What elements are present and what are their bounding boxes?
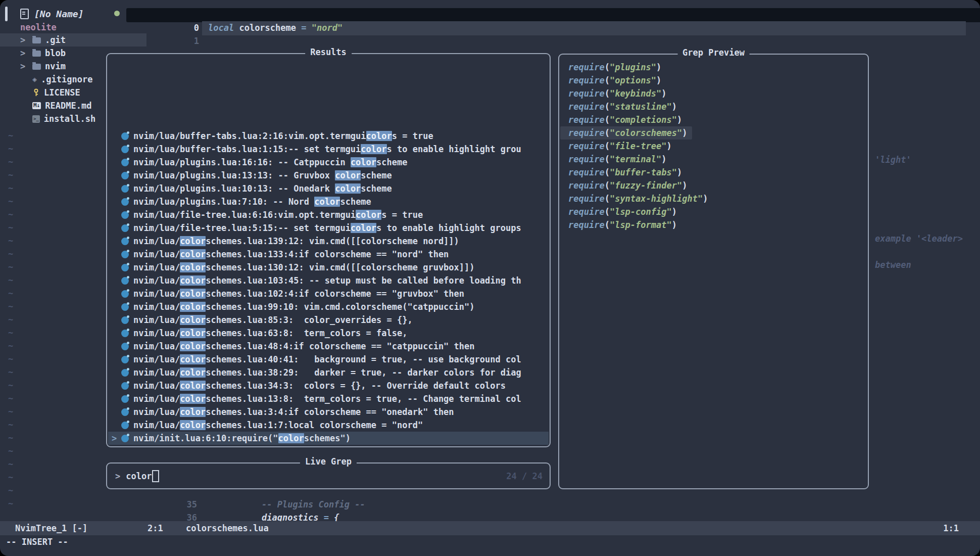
live-grep-prompt[interactable]: Live Grep > color 24 / 24 — [106, 462, 551, 489]
result-row[interactable]: nvim/lua/colorschemes.lua:13:8: term_col… — [108, 392, 549, 405]
match-highlight: color — [180, 302, 206, 312]
lua-file-icon — [121, 172, 129, 179]
empty-line-tilde: ~ — [8, 300, 13, 313]
preview-line: require("lsp-config") — [560, 205, 867, 218]
result-row[interactable]: nvim/lua/colorschemes.lua:63:8: term_col… — [108, 327, 549, 340]
function-name-token: require — [568, 154, 605, 164]
lua-file-icon — [121, 198, 129, 206]
lua-file-icon — [121, 408, 129, 416]
lua-file-icon — [121, 251, 129, 258]
result-row[interactable]: nvim/lua/colorschemes.lua:102:4:if color… — [108, 287, 549, 300]
lua-file-icon — [121, 343, 129, 350]
chevron-right-icon[interactable]: > — [20, 48, 32, 58]
result-row[interactable]: nvim/lua/colorschemes.lua:85:3: color_ov… — [108, 313, 549, 327]
result-row[interactable]: nvim/lua/plugins.lua:7:10: -- Nord color… — [108, 195, 549, 208]
result-row[interactable]: nvim/lua/colorschemes.lua:40:41: backgro… — [108, 353, 549, 366]
empty-line-tilde: ~ — [8, 457, 13, 471]
preview-line: require("options") — [560, 74, 867, 87]
lua-file-icon — [121, 395, 129, 403]
string-token: "plugins" — [610, 62, 656, 72]
result-row[interactable]: nvim/lua/colorschemes.lua:38:29: darker … — [108, 366, 549, 379]
match-highlight: color — [180, 249, 206, 259]
empty-line-tilde: ~ — [8, 168, 13, 181]
result-row[interactable]: nvim/lua/file-tree.lua:6:16:vim.opt.term… — [108, 208, 549, 221]
result-row[interactable]: nvim/lua/colorschemes.lua:130:12: vim.cm… — [108, 261, 549, 274]
result-row[interactable]: nvim/lua/colorschemes.lua:34:3: colors =… — [108, 379, 549, 392]
result-row[interactable]: nvim/lua/colorschemes.lua:99:10: vim.cmd… — [108, 300, 549, 313]
function-name-token: require — [568, 75, 605, 85]
filetree-item-label: nvim — [45, 61, 66, 71]
input-cursor — [152, 470, 159, 482]
search-input[interactable]: color — [126, 471, 152, 481]
match-highlight: color — [366, 131, 392, 141]
match-highlight: color — [180, 315, 206, 325]
paren-token: ) — [677, 115, 682, 125]
paren-token: ) — [672, 102, 677, 112]
editor-code-line[interactable]: local colorscheme = "nord" — [208, 23, 342, 33]
result-row[interactable]: nvim/lua/file-tree.lua:5:15:-- set termg… — [108, 221, 549, 235]
result-row[interactable]: nvim/lua/plugins.lua:10:13: -- Onedark c… — [108, 182, 549, 195]
paren-token: ) — [656, 62, 661, 72]
result-row[interactable]: nvim/lua/colorschemes.lua:133:4:if color… — [108, 248, 549, 261]
chevron-right-icon[interactable]: > — [20, 61, 32, 71]
comment-line: -- Plugins Config -- — [262, 499, 365, 509]
result-row[interactable]: nvim/lua/buffer-tabs.lua:2:16:vim.opt.te… — [108, 129, 549, 143]
empty-line-tilde: ~ — [8, 431, 13, 444]
result-row[interactable]: nvim/lua/colorschemes.lua:3:4:if colorsc… — [108, 405, 549, 419]
background-buffer-text: 'light' — [875, 155, 911, 165]
paren-token: ) — [661, 88, 666, 99]
result-text: nvim/lua/colorschemes.lua:103:45: -- set… — [133, 275, 521, 286]
result-text: nvim/lua/colorschemes.lua:34:3: colors =… — [133, 381, 506, 391]
live-grep-title: Live Grep — [300, 456, 357, 467]
function-name-token: require — [568, 88, 605, 99]
empty-line-tilde: ~ — [8, 287, 13, 300]
preview-line: require("buffer-tabs") — [560, 166, 867, 179]
result-row[interactable]: nvim/lua/colorschemes.lua:103:45: -- set… — [108, 274, 549, 287]
prompt-caret: > — [115, 471, 120, 481]
filetree-root-label: neolite — [20, 22, 57, 32]
folder-icon — [32, 64, 41, 70]
paren-token: ( — [605, 207, 610, 217]
paren-token: ) — [672, 207, 677, 217]
paren-token: ) — [656, 75, 661, 85]
text-cursor — [5, 7, 8, 21]
result-row[interactable]: >nvim/init.lua:6:10:require("colorscheme… — [108, 432, 549, 445]
filetree-item-label: LICENSE — [44, 87, 80, 98]
paren-token: ) — [672, 220, 677, 230]
result-text: nvim/lua/colorschemes.lua:40:41: backgro… — [133, 354, 521, 364]
statusline-file-name: colorschemes.lua — [186, 523, 269, 533]
function-name-token: require — [568, 220, 605, 230]
result-text: nvim/lua/plugins.lua:7:10: -- Nord color… — [133, 197, 371, 207]
chevron-right-icon[interactable]: > — [20, 35, 32, 45]
result-row[interactable]: nvim/lua/plugins.lua:13:13: -- Gruvbox c… — [108, 169, 549, 182]
match-highlight: color — [356, 210, 381, 220]
operator-token: = — [296, 23, 312, 33]
shell-icon: >_ — [32, 115, 40, 123]
function-name-token: require — [568, 128, 605, 138]
keyword-token: local — [208, 23, 239, 33]
lua-file-icon — [121, 316, 129, 324]
result-row[interactable]: nvim/lua/plugins.lua:16:16: -- Catppucci… — [108, 156, 549, 169]
paren-token: ( — [605, 220, 610, 230]
result-row[interactable]: nvim/lua/colorschemes.lua:139:12: vim.cm… — [108, 235, 549, 248]
paren-token: ( — [605, 128, 610, 138]
paren-token: ( — [605, 88, 610, 99]
result-row[interactable]: nvim/lua/colorschemes.lua:48:4:if colors… — [108, 340, 549, 353]
preview-line: require("completions") — [560, 113, 867, 126]
paren-token: ) — [682, 128, 687, 138]
preview-line: require("colorschemes") — [560, 126, 692, 140]
results-panel-title: Results — [305, 47, 352, 57]
string-token: "nord" — [312, 23, 342, 33]
string-token: "buffer-tabs" — [610, 167, 677, 177]
filetree-item-git[interactable]: >.git — [0, 33, 146, 47]
lua-file-icon — [121, 146, 129, 153]
result-row[interactable]: nvim/lua/colorschemes.lua:1:7:local colo… — [108, 419, 549, 432]
preview-line: require("fuzzy-finder") — [560, 179, 867, 192]
lua-file-icon — [121, 303, 129, 311]
filetree-item-label: .git — [45, 35, 66, 45]
result-text: nvim/lua/colorschemes.lua:3:4:if colorsc… — [133, 407, 454, 417]
result-row[interactable]: nvim/lua/buffer-tabs.lua:1:15:-- set ter… — [108, 143, 549, 156]
buffer-tab[interactable]: [No Name] — [20, 6, 84, 21]
result-text: nvim/lua/plugins.lua:10:13: -- Onedark c… — [133, 183, 392, 194]
empty-line-tilde: ~ — [8, 365, 13, 379]
